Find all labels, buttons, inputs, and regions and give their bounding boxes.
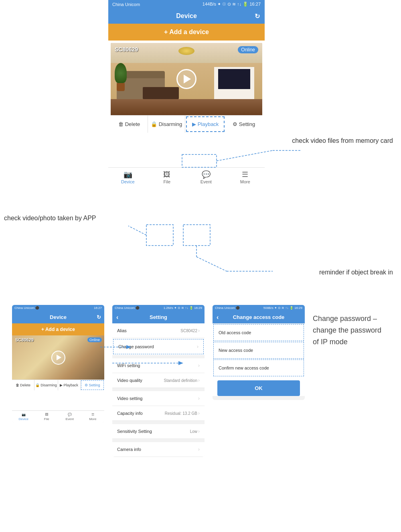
nav-device[interactable]: 📷 Device [108,171,148,184]
trash-icon: 🗑 [118,121,124,127]
plant-leaves [115,63,127,83]
camera-card: SC80629 Online 🗑 Delete 🔒 Disarming ▶ Pl… [111,43,262,165]
play-btn-sm-1[interactable] [51,351,65,365]
device-name: SC80629 [115,46,138,53]
change-password-item[interactable]: Change password › [113,339,204,354]
playback-button[interactable]: ▶ Playback [186,116,225,132]
file-annotation: check video/photo taken by APP [4,215,96,222]
sensitivity-value: Low › [190,428,200,434]
capacity-label: Capacity info [117,411,143,416]
playback-sm[interactable]: ▶Playback [58,380,81,390]
setting-title: Setting [150,314,167,320]
nav-file-sm-1[interactable]: 🖼 File [35,413,59,421]
file-nav-icon: 🖼 [163,171,170,178]
status-bar-sm-3: China Unicom ⚫ 508B/s ✦ ⊙ ≋ ↑↓ 🔋 16:29 [213,305,305,311]
playback-annotation: check video files from memory card [292,136,393,145]
wifi-label: WiFi setting [117,363,140,368]
bottom-nav-sm-1: 📷 Device 🖼 File 💬 Event ☰ More [12,410,104,423]
access-title: Change access code [233,314,285,320]
add-device-sm-1[interactable]: + Add a device [12,323,104,335]
content-area-sm-1 [12,390,104,410]
nav-event[interactable]: 💬 Event [186,171,226,184]
plant-pot [117,83,125,91]
camera-info-item[interactable]: Camera info › [112,442,205,457]
confirm-code-label: Confirm new access code [219,365,269,370]
carrier-text: China Unicom [112,2,140,7]
chevron-capacity: › [198,410,200,416]
disarming-button[interactable]: 🔒 Disarming [148,116,185,133]
alias-value: SC80422 › [180,328,200,333]
nav-event-sm-1[interactable]: 💬 Event [58,413,81,421]
access-back-button[interactable]: ‹ [217,314,219,321]
disarming-sm[interactable]: 🔒Disarming [34,380,58,390]
delete-button[interactable]: 🗑 Delete [111,116,148,133]
camera-preview-sm-1[interactable]: SC80629 Online [12,335,104,380]
video-setting-label: Video setting [117,396,142,401]
svg-rect-5 [183,225,210,246]
ok-button[interactable]: OK [217,380,300,396]
add-device-button[interactable]: + Add a device [108,24,265,41]
more-nav-icon-sm-1: ☰ [91,413,94,416]
video-quality-item[interactable]: Video quality Standard definition › [112,373,205,388]
setting-sm[interactable]: ⚙Setting [81,380,104,390]
back-button[interactable]: ‹ [116,314,118,321]
time-sm-1: 16:27 [94,306,102,310]
more-nav-icon: ☰ [242,171,248,178]
time-sm-3: 508B/s ✦ ⊙ ≋ ↑↓ 🔋 16:29 [263,306,302,310]
plant [115,63,127,91]
old-code-label: Old access code [219,330,251,335]
access-body: Old access code New access code Confirm … [213,324,305,396]
nav-device-sm-1[interactable]: 📷 Device [12,413,35,421]
capacity-info-item[interactable]: Capacity info Residual: 13.2 GB › [112,406,205,421]
file-nav-icon-sm-1: 🖼 [45,413,48,416]
app-header-sm-1: Device ↻ [12,311,104,323]
add-device-label-sm-1: + Add a device [41,327,75,332]
svg-rect-3 [146,225,173,246]
content-area [111,133,262,165]
setting-alias[interactable]: Alias SC80422 › [112,323,205,338]
event-nav-icon: 💬 [202,171,211,178]
chevron-video: › [198,396,200,401]
confirm-access-code-field[interactable]: Confirm new access code [213,359,304,376]
event-nav-icon-sm-1: 💬 [68,413,72,416]
top-annotation-section: China Unicom 144B/s ✦ ☉ ⊙ ≋ ↑↓ 🔋 16:27 D… [0,0,401,289]
sensitivity-label: Sensitivity Setting [117,429,152,434]
online-status-badge: Online [238,46,258,53]
setting-list: Alias SC80422 › Change password › WiFi s… [112,323,205,457]
camera-info-label: Camera info [117,447,141,452]
time-sm-2: 1.2M/s ✦ ⊙ ≋ ↑↓ 🔋 16:29 [164,306,202,310]
header-title-sm-1: Device [50,314,67,320]
carrier-sm-3: China Unicom ⚫ [215,306,240,310]
old-access-code-field[interactable]: Old access code [213,324,304,341]
video-setting-item[interactable]: Video setting › [112,391,205,406]
nav-more[interactable]: ☰ More [226,171,265,184]
carrier-sm-1: China Unicom ⚫ [14,306,39,310]
play-button[interactable] [176,69,196,89]
chevron-quality: › [198,378,200,383]
status-bar: China Unicom 144B/s ✦ ☉ ⊙ ≋ ↑↓ 🔋 16:27 [108,0,265,8]
device-nav-icon: 📷 [124,171,132,178]
chandelier [174,43,198,55]
app-header: Device ↻ [108,8,265,24]
section-gap-3 [112,421,205,424]
tv-unit [214,67,254,99]
nav-more-sm-1[interactable]: ☰ More [81,413,105,421]
new-access-code-field[interactable]: New access code [213,342,304,359]
camera-preview[interactable]: SC80629 Online [111,43,262,115]
wifi-setting-item[interactable]: WiFi setting › [112,358,205,373]
action-bar-sm-1: 🗑Delete 🔒Disarming ▶Playback ⚙Setting [12,380,104,390]
setting-header: ‹ Setting [112,311,205,323]
device-phone-small: China Unicom ⚫ 16:27 Device ↻ + Add a de… [12,305,104,423]
refresh-icon[interactable]: ↻ [255,12,260,20]
nav-file[interactable]: 🖼 File [148,171,187,184]
delete-sm[interactable]: 🗑Delete [12,380,34,390]
bottom-section: China Unicom ⚫ 16:27 Device ↻ + Add a de… [0,289,401,469]
refresh-icon-sm-1[interactable]: ↻ [97,314,101,320]
description-text: Change password – change the password of… [313,305,389,347]
access-code-phone: China Unicom ⚫ 508B/s ✦ ⊙ ≋ ↑↓ 🔋 16:29 ‹… [213,305,305,400]
new-code-label: New access code [219,348,253,353]
setting-button[interactable]: ⚙ Setting [225,116,262,133]
svg-line-4 [128,226,146,235]
sensitivity-item[interactable]: Sensitivity Setting Low › [112,424,205,439]
action-bar: 🗑 Delete 🔒 Disarming ▶ Playback ⚙ Settin… [111,115,262,133]
